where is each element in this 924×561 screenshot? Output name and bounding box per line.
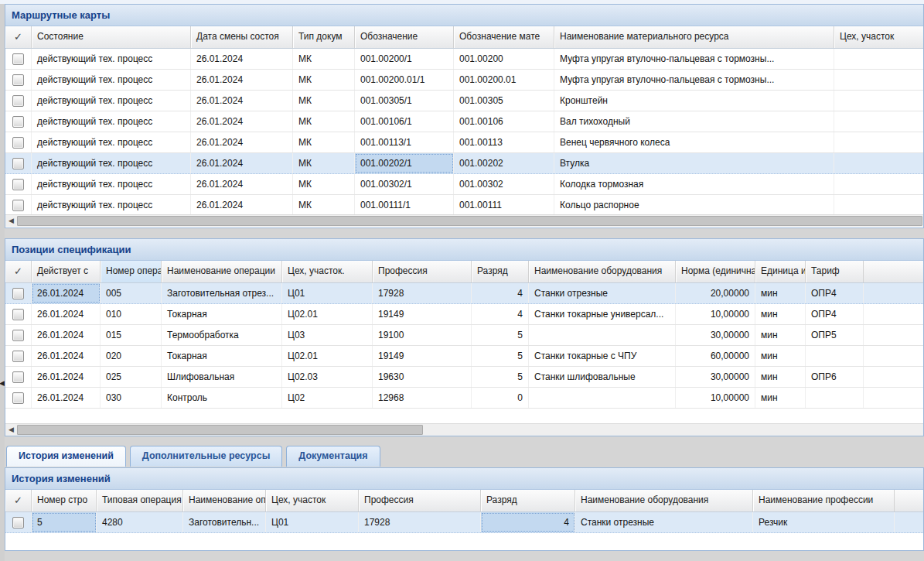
table-cell: 26.01.2024 xyxy=(191,174,293,194)
column-header[interactable]: Профессия xyxy=(373,261,472,282)
table-cell: 26.01.2024 xyxy=(32,325,101,345)
table-row[interactable]: 26.01.2024015ТермообработкаЦ0319100530,0… xyxy=(5,325,923,346)
select-all-header[interactable]: ✓ xyxy=(5,261,32,282)
row-checkbox[interactable] xyxy=(12,351,24,362)
table-cell xyxy=(529,388,676,408)
table-cell: 60,00000 xyxy=(676,346,755,366)
table-cell: МК xyxy=(293,153,355,173)
table-cell: мин xyxy=(755,304,806,324)
row-checkbox[interactable] xyxy=(12,517,24,529)
table-cell: 19100 xyxy=(373,325,472,345)
table-row[interactable]: 26.01.2024005Заготовительная отрез...Ц01… xyxy=(5,283,923,304)
table-row[interactable]: 26.01.2024030КонтрольЦ0212968010,00000ми… xyxy=(5,388,923,409)
column-header[interactable]: Дата смены состоя xyxy=(191,26,293,48)
row-checkbox[interactable] xyxy=(12,116,24,128)
table-cell xyxy=(529,325,676,345)
table-cell: 001.00113/1 xyxy=(355,132,454,152)
table-row[interactable]: действующий тех. процесс26.01.2024МК001.… xyxy=(5,91,923,111)
column-header[interactable]: Цех, участок xyxy=(266,490,359,511)
row-select-cell xyxy=(5,195,32,214)
table-cell xyxy=(806,388,864,408)
column-header[interactable]: Норма (единичная xyxy=(676,261,755,282)
table-cell: Резчик xyxy=(753,512,895,532)
table-row[interactable]: действующий тех. процесс26.01.2024МК001.… xyxy=(5,195,923,214)
row-checkbox[interactable] xyxy=(12,95,24,107)
table-row[interactable]: действующий тех. процесс26.01.2024МК001.… xyxy=(5,132,923,153)
column-header[interactable]: Цех, участок. xyxy=(282,261,373,282)
table-cell: МК xyxy=(293,195,355,214)
table-row[interactable]: 26.01.2024020ТокарнаяЦ02.01191495Станки … xyxy=(5,346,923,367)
column-header[interactable]: Наименование материального ресурса xyxy=(554,26,834,48)
column-header[interactable]: Тариф xyxy=(806,261,864,282)
column-header[interactable]: Единица и xyxy=(755,261,806,282)
row-checkbox[interactable] xyxy=(12,179,24,190)
column-header[interactable]: Наименование профессии xyxy=(753,490,895,511)
table-cell: Заготовительн... xyxy=(183,512,266,532)
scroll-left-icon[interactable]: ◀ xyxy=(5,424,17,436)
row-checkbox[interactable] xyxy=(12,137,24,149)
table-cell: 5 xyxy=(472,367,529,387)
column-header[interactable]: Профессия xyxy=(359,490,481,511)
row-checkbox[interactable] xyxy=(12,288,24,299)
column-header[interactable]: Типовая операция xyxy=(97,490,183,511)
column-header[interactable]: Разряд xyxy=(472,261,529,282)
tab-history-changes[interactable]: История изменений xyxy=(6,446,126,467)
column-header[interactable]: Наименование оборудования xyxy=(529,261,676,282)
table-row[interactable]: действующий тех. процесс26.01.2024МК001.… xyxy=(5,153,923,174)
column-header[interactable]: Номер опера xyxy=(101,261,162,282)
row-checkbox[interactable] xyxy=(12,392,24,404)
table-cell: 26.01.2024 xyxy=(191,91,293,111)
table-cell: 19149 xyxy=(373,346,472,366)
table-cell: действующий тех. процесс xyxy=(32,153,191,173)
scroll-left-icon[interactable]: ◀ xyxy=(5,215,17,227)
column-header[interactable]: Обозначение мате xyxy=(454,26,554,48)
table-row[interactable]: действующий тех. процесс26.01.2024МК001.… xyxy=(5,70,923,91)
row-checkbox[interactable] xyxy=(12,200,24,211)
select-all-header[interactable]: ✓ xyxy=(5,26,32,48)
scrollbar-thumb[interactable] xyxy=(17,425,423,435)
table-cell: Токарная xyxy=(162,346,282,366)
row-checkbox[interactable] xyxy=(12,371,24,383)
row-checkbox[interactable] xyxy=(12,330,24,341)
row-select-cell xyxy=(5,70,32,90)
column-header[interactable]: Тип докум xyxy=(293,26,355,48)
table-cell: Ц02 xyxy=(282,388,373,408)
row-checkbox[interactable] xyxy=(12,309,24,320)
column-header[interactable]: Наименование опе xyxy=(183,490,266,511)
row-select-cell xyxy=(5,111,32,132)
row-checkbox[interactable] xyxy=(12,53,24,65)
table-cell: 4 xyxy=(472,283,529,303)
column-header[interactable]: Цех, участок xyxy=(834,26,924,48)
table-cell: 010 xyxy=(101,304,162,324)
table-cell: 10,00000 xyxy=(676,304,755,324)
table-row[interactable]: 26.01.2024010ТокарнаяЦ02.01191494Станки … xyxy=(5,304,923,325)
column-header[interactable]: Действует с xyxy=(32,261,101,282)
spec-positions-horizontal-scrollbar[interactable]: ◀ xyxy=(5,423,923,436)
bottom-tab-bar: История изменений Дополнительные ресурсы… xyxy=(6,446,380,467)
column-header[interactable]: Наименование оборудования xyxy=(575,490,753,511)
tab-additional-resources[interactable]: Дополнительные ресурсы xyxy=(130,446,283,467)
table-cell: действующий тех. процесс xyxy=(32,70,191,90)
panel-title-route-cards: Маршрутные карты xyxy=(5,5,923,26)
table-row[interactable]: действующий тех. процесс26.01.2024МК001.… xyxy=(5,174,923,195)
table-cell: 26.01.2024 xyxy=(191,195,293,214)
column-header[interactable]: Разряд xyxy=(481,490,575,511)
select-all-header[interactable]: ✓ xyxy=(5,490,32,511)
scrollbar-thumb[interactable] xyxy=(17,216,922,226)
tab-documentation[interactable]: Документация xyxy=(286,446,380,467)
column-header[interactable]: Наименование операции xyxy=(162,261,282,282)
table-row[interactable]: действующий тех. процесс26.01.2024МК001.… xyxy=(5,111,923,132)
table-row[interactable]: 26.01.2024025ШлифовальнаяЦ02.03196305Ста… xyxy=(5,367,923,388)
column-header[interactable]: Обозначение xyxy=(355,26,454,48)
column-header[interactable]: Состояние xyxy=(32,26,191,48)
table-row[interactable]: 54280Заготовительн...Ц01179284Станки отр… xyxy=(5,512,923,533)
spec-positions-grid-body: 26.01.2024005Заготовительная отрез...Ц01… xyxy=(5,283,923,423)
column-header[interactable]: Номер стро xyxy=(32,490,97,511)
route-cards-horizontal-scrollbar[interactable]: ◀ xyxy=(5,214,923,227)
row-checkbox[interactable] xyxy=(12,74,24,86)
table-row[interactable]: действующий тех. процесс26.01.2024МК001.… xyxy=(5,49,923,70)
table-cell: 26.01.2024 xyxy=(32,367,101,387)
table-cell: 10,00000 xyxy=(676,388,755,408)
table-cell: 001.00202 xyxy=(454,153,554,173)
row-checkbox[interactable] xyxy=(12,158,24,169)
